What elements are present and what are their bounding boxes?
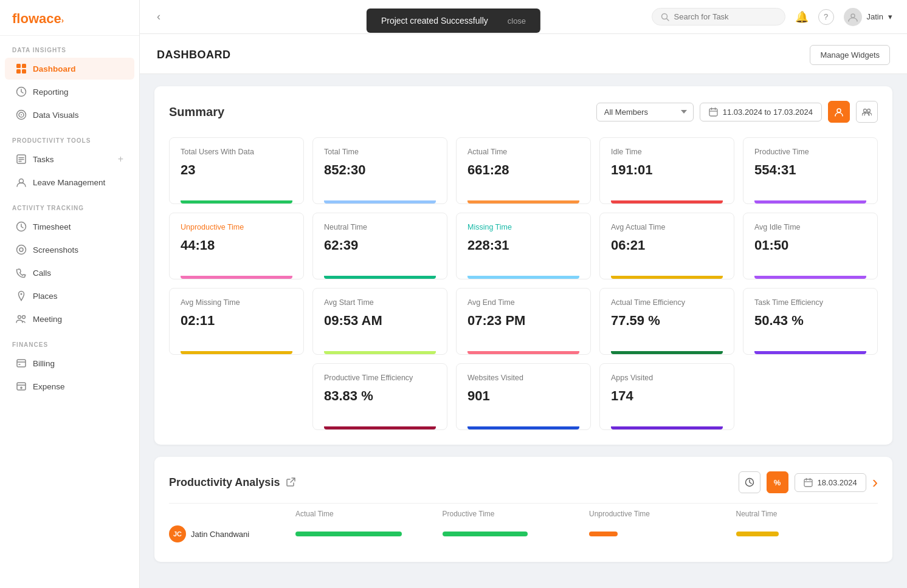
individual-view-button[interactable] [828,101,850,123]
metric-neutral-time-bar [324,276,436,279]
date-range-label: 11.03.2024 to 17.03.2024 [723,108,813,117]
metrics-row-1: Total Users With Data 23 Total Time 852:… [169,137,878,204]
billing-icon [16,358,27,369]
logo-ace: ace [39,11,61,26]
summary-title: Summary [169,105,224,119]
notifications-icon[interactable]: 🔔 [795,10,809,24]
search-icon [661,13,669,21]
metric-avg-end-time-value: 07:23 PM [467,313,579,329]
metric-actual-time-label: Actual Time [467,148,579,156]
metric-apps-visited-bar [611,426,723,429]
metric-neutral-time-value: 62:39 [324,238,436,253]
percent-symbol: % [774,478,781,487]
leave-icon [16,177,27,188]
expense-icon [16,381,27,392]
nav-section-productivity-tools: PRODUCTIVITY TOOLS [0,126,139,148]
user-name: Jatin [867,12,883,21]
toast-close-button[interactable]: close [508,16,526,26]
sidebar-item-meeting[interactable]: Meeting [5,308,134,330]
svg-point-33 [867,109,871,112]
metric-websites-visited-value: 901 [467,388,579,404]
col-header-neutral-time: Neutral Time [736,510,878,518]
svg-line-25 [666,18,669,21]
metric-avg-idle-time: Avg Idle Time 01:50 [743,213,878,279]
svg-point-7 [21,114,22,115]
metric-total-time-bar [324,200,436,203]
metric-avg-end-time: Avg End Time 07:23 PM [456,288,591,355]
calls-icon [16,267,27,278]
metric-websites-visited-bar [467,426,579,429]
sidebar-item-places[interactable]: Places [5,285,134,307]
metric-unproductive-time: Unproductive Time 44:18 [169,213,304,279]
grid-icon [16,63,27,74]
help-icon[interactable]: ? [818,9,834,25]
metric-avg-start-time-label: Avg Start Time [324,298,436,307]
user-avatar [844,8,862,26]
external-link-icon[interactable] [286,477,295,487]
user-chip[interactable]: Jatin ▾ [844,8,892,26]
meeting-icon [16,313,27,324]
sidebar-item-data-visuals-label: Data Visuals [33,111,79,120]
metric-total-time-value: 852:30 [324,162,436,178]
metric-avg-start-time: Avg Start Time 09:53 AM [312,288,447,355]
analysis-clock-button[interactable] [739,471,760,493]
group-view-button[interactable] [856,101,878,123]
metric-avg-end-time-label: Avg End Time [467,298,579,307]
clock-icon [745,477,754,487]
analysis-table-header: Actual Time Productive Time Unproductive… [169,503,878,521]
metric-apps-visited: Apps Visited 174 [599,363,734,430]
metric-idle-time-value: 191:01 [611,162,723,178]
nav-section-activity-tracking: ACTIVITY TRACKING [0,194,139,215]
screenshots-icon [16,244,27,255]
sidebar-item-dashboard-label: Dashboard [33,64,76,74]
metric-avg-missing-time-value: 02:11 [181,313,292,329]
sidebar-item-leave-management[interactable]: Leave Management [5,171,134,193]
metric-productive-time-value: 554:31 [754,162,866,178]
members-select[interactable]: All Members [596,103,694,121]
summary-controls: All Members 11.03.2024 to 17.03.2024 [596,101,878,123]
analysis-date-button[interactable]: 18.03.2024 [795,473,866,492]
sidebar-collapse-button[interactable]: ‹ [154,8,163,26]
metrics-row-4: Productive Time Efficiency 83.83 % Websi… [169,363,878,430]
metric-websites-visited: Websites Visited 901 [456,363,591,430]
sidebar-item-dashboard[interactable]: Dashboard [5,58,134,80]
page-header: DASHBOARD Manage Widgets [140,34,907,74]
search-bar[interactable] [652,8,785,26]
metric-actual-time-efficiency-label: Actual Time Efficiency [611,298,723,307]
metrics-row-3: Avg Missing Time 02:11 Avg Start Time 09… [169,288,878,355]
metric-productive-time-bar [754,200,866,203]
sidebar-item-timesheet[interactable]: Timesheet [5,216,134,238]
metric-avg-actual-time-label: Avg Actual Time [611,223,723,231]
manage-widgets-button[interactable]: Manage Widgets [810,45,890,65]
svg-point-31 [837,109,841,112]
analysis-productive-time-bar [443,532,528,536]
tasks-add-icon[interactable]: + [118,154,123,165]
logo: flowace› [12,11,64,26]
sidebar-item-expense[interactable]: Expense [5,375,134,397]
sidebar-item-calls[interactable]: Calls [5,262,134,284]
sidebar-item-reporting[interactable]: Reporting [5,81,134,103]
metric-idle-time-label: Idle Time [611,148,723,156]
metric-productive-time-efficiency-value: 83.83 % [324,388,436,404]
sidebar-item-meeting-label: Meeting [33,315,62,324]
sidebar-item-screenshots[interactable]: Screenshots [5,239,134,261]
metric-productive-time-label: Productive Time [754,148,866,156]
metric-missing-time: Missing Time 228:31 [456,213,591,279]
sidebar-item-tasks[interactable]: Tasks + [5,148,134,170]
svg-point-17 [18,316,21,319]
analysis-neutral-time-bar [736,532,779,536]
metric-task-time-efficiency-bar [754,351,866,354]
sidebar-item-billing[interactable]: Billing [5,352,134,374]
dashboard-content: Summary All Members 11.0 [140,74,907,574]
analysis-percent-button[interactable]: % [767,471,788,493]
svg-rect-27 [709,109,717,116]
date-range-button[interactable]: 11.03.2024 to 17.03.2024 [700,103,822,121]
metric-avg-start-time-value: 09:53 AM [324,313,436,329]
analysis-date-label: 18.03.2024 [818,478,857,487]
brand-tail-icon: › [872,474,878,491]
search-input[interactable] [674,12,771,21]
sidebar-item-data-visuals[interactable]: Data Visuals [5,104,134,126]
metrics-row-2: Unproductive Time 44:18 Neutral Time 62:… [169,213,878,279]
summary-header: Summary All Members 11.0 [169,101,878,123]
metric-productive-time-efficiency: Productive Time Efficiency 83.83 % [312,363,447,430]
